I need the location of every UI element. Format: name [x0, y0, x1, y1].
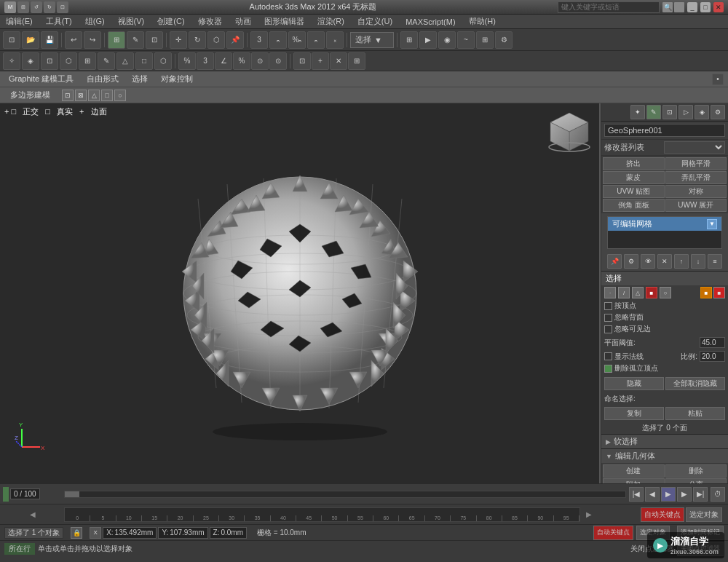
ref4-btn[interactable]: ₙ [307, 31, 325, 49]
snap-angle-btn[interactable]: ∠ [215, 52, 232, 70]
ratio-input[interactable] [700, 351, 725, 362]
star-icon[interactable] [674, 2, 684, 12]
mod-down-btn[interactable]: ↓ [691, 254, 705, 269]
poly-vert-btn[interactable]: ⊡ [62, 90, 74, 101]
undo-btn[interactable]: ↩ [65, 31, 82, 49]
mod-pin-btn[interactable]: 📌 [607, 254, 622, 269]
mode-indicator[interactable]: 所在行 [4, 543, 35, 555]
sel-color2[interactable]: ■ [713, 287, 725, 298]
menu-view[interactable]: 视图(V) [115, 15, 148, 28]
viewport-3d[interactable]: + □ 正交 □ 真实 + 边面 [0, 103, 601, 483]
menu-modifier[interactable]: 修改器 [195, 15, 225, 28]
timeline-marks[interactable]: 0 5 10 15 20 25 30 35 40 45 50 55 60 65 … [64, 507, 580, 522]
graphite-objcontrol[interactable]: 对象控制 [157, 73, 197, 85]
delete-btn[interactable]: 删除 [665, 464, 727, 478]
graphite-select[interactable]: 选择 [127, 73, 152, 85]
ref3-btn[interactable]: %ₙ [288, 31, 306, 49]
panel-hierarchy-icon[interactable]: ⊡ [662, 105, 677, 119]
modifier-stack[interactable]: 可编辑网格 ▼ [607, 216, 722, 249]
chamfer-btn[interactable]: 倒角 面板 [603, 199, 665, 212]
schematic-btn[interactable]: ⊞ [476, 31, 494, 49]
symmetry-btn[interactable]: 对称 [665, 185, 727, 198]
hide-btn[interactable]: 隐藏 [604, 377, 664, 390]
select-name-btn[interactable]: ✎ [127, 31, 144, 49]
layer-mgr-btn[interactable]: ⊞ [348, 52, 365, 70]
panel-create-icon[interactable]: ✦ [630, 105, 645, 119]
render-btn[interactable]: ▶ [419, 31, 437, 49]
mod-del-btn[interactable]: ✕ [657, 254, 672, 269]
set-key-btn[interactable]: 选定对象 [686, 507, 722, 522]
panel-motion-icon[interactable]: ▷ [678, 105, 693, 119]
snap-spinner-btn[interactable]: ⊙ [251, 52, 269, 70]
create-layer-btn[interactable]: + [312, 52, 329, 70]
sel-color1[interactable]: ■ [700, 287, 712, 298]
menu-maxscript[interactable]: MAXScript(M) [403, 17, 458, 27]
tb2-btn7[interactable]: △ [116, 52, 134, 70]
named-layer-btn[interactable]: ⊡ [293, 52, 311, 70]
keyframe-indicator[interactable] [3, 487, 9, 502]
spinner-btn2[interactable]: ⊙ [269, 52, 287, 70]
create-btn[interactable]: 创建 [603, 464, 665, 478]
copy-btn[interactable]: 复制 [604, 407, 664, 420]
menu-graph-editor[interactable]: 图形编辑器 [261, 15, 307, 28]
mod-settings-btn[interactable]: ⚙ [624, 254, 638, 269]
ref-coord-btn[interactable]: 3 [250, 31, 268, 49]
place-btn[interactable]: 📌 [226, 31, 244, 49]
paste-btn[interactable]: 粘贴 [665, 407, 725, 420]
cb-shrink-input[interactable] [604, 365, 612, 373]
y-coord[interactable]: Y: 107.93mm [158, 527, 207, 539]
timeline-right-btn[interactable]: ▶ [582, 510, 596, 518]
mod-show-btn[interactable]: 👁 [641, 254, 655, 269]
maximize-button[interactable]: □ [700, 2, 711, 12]
material-btn[interactable]: ◉ [438, 31, 456, 49]
sel-icon-element[interactable]: ○ [660, 287, 671, 298]
timeline-scrollbar[interactable] [64, 491, 626, 498]
select-btn[interactable]: ⊞ [108, 31, 125, 49]
open-btn[interactable]: 📂 [22, 31, 39, 49]
cb-back-input[interactable] [604, 314, 612, 322]
tb2-btn2[interactable]: ◈ [22, 52, 39, 70]
graphite-freeform[interactable]: 自由形式 [82, 73, 123, 85]
next-key-btn[interactable]: ▶| [693, 487, 708, 502]
modifier-expand-btn[interactable]: ▼ [707, 219, 717, 229]
snap2d-btn[interactable]: % [178, 52, 196, 70]
menu-group[interactable]: 组(G) [82, 15, 108, 28]
menu-tools[interactable]: 工具(T) [43, 15, 75, 28]
ref2-btn[interactable]: ₙ [269, 31, 287, 49]
lock-icon[interactable]: 🔒 [71, 527, 82, 539]
scale-btn[interactable]: ⬡ [207, 31, 225, 49]
poly-border-btn[interactable]: △ [88, 90, 100, 101]
extrude-btn[interactable]: 挤出 [603, 157, 665, 170]
poly-face-btn[interactable]: □ [101, 90, 113, 101]
coord-type-btn[interactable]: X [90, 527, 101, 539]
uvw-unwrap-btn[interactable]: UWW 展开 [665, 199, 727, 212]
prev-key-btn[interactable]: |◀ [629, 487, 644, 502]
graphite-pin-btn[interactable]: • [712, 74, 724, 85]
auto-key-btn[interactable]: 自动关键点 [641, 507, 684, 522]
rotate-btn[interactable]: ↻ [189, 31, 206, 49]
delete-layer-btn[interactable]: ✕ [330, 52, 347, 70]
menu-render[interactable]: 渲染(R) [314, 15, 347, 28]
timeline-left-btn[interactable]: ◀ [3, 510, 63, 518]
sel-icon-edge[interactable]: / [618, 287, 630, 298]
x-coord[interactable]: X: 135.492mm [103, 527, 157, 539]
plane-thresh-input[interactable] [700, 337, 725, 348]
layer-btn[interactable]: ⊞ [400, 31, 418, 49]
window-crossing-btn[interactable]: ⊡ [146, 31, 163, 49]
snap3d-btn[interactable]: 3 [197, 52, 214, 70]
sel-icon-border[interactable]: △ [632, 287, 644, 298]
object-name-input[interactable] [604, 124, 725, 137]
curve-btn[interactable]: ~ [457, 31, 475, 49]
mod-up-btn[interactable]: ↑ [674, 254, 689, 269]
soft-select-label[interactable]: 软选择 [614, 436, 638, 447]
sel-icon-vert[interactable]: · [604, 287, 616, 298]
cb-visible-input[interactable] [604, 325, 612, 333]
view-cube[interactable] [546, 109, 593, 158]
auto-key2-btn[interactable]: 自动关键点 [593, 526, 633, 540]
search-icon[interactable]: 🔍 [662, 2, 673, 12]
panel-utils-icon[interactable]: ⚙ [711, 105, 725, 119]
panel-display-icon[interactable]: ◈ [695, 105, 709, 119]
detach-btn[interactable]: 分离 [665, 478, 727, 483]
cb-vertex-input[interactable] [604, 302, 612, 310]
panel-modify-icon[interactable]: ✎ [646, 105, 661, 119]
